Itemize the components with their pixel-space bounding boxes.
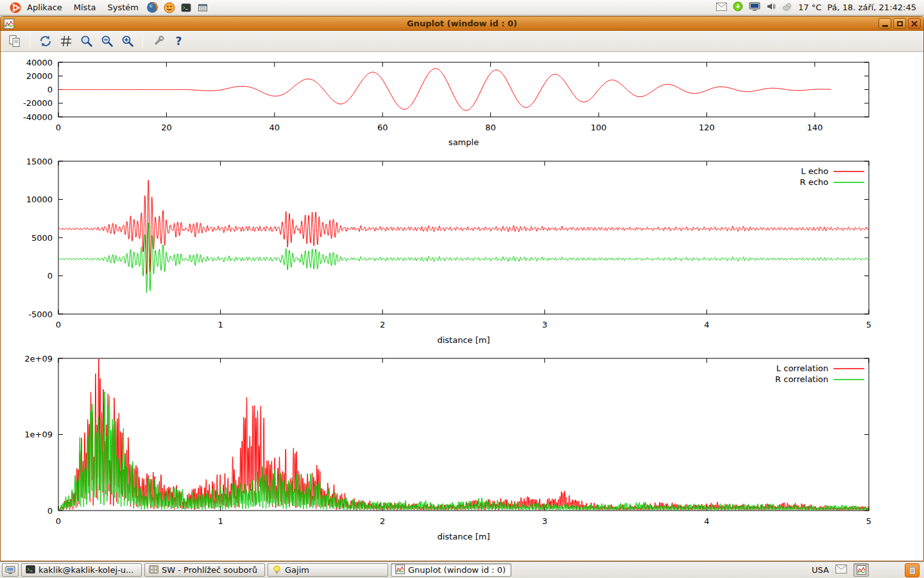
zoom-in-icon [121,34,135,48]
mail-tray-icon[interactable] [716,3,727,13]
taskbar-button-label: kaklik@kaklik-kolej-u... [38,565,133,575]
gnuplot-toolbar: ? [1,31,923,52]
toggle-grid-button[interactable] [57,33,74,50]
display-tray-icon[interactable] [749,2,760,13]
menu-places[interactable]: Místa [69,1,101,15]
gnuplot-icon [395,565,405,576]
weather-icon[interactable] [782,3,792,13]
x-tick-label: 1 [218,320,223,329]
trash-icon [908,565,917,575]
taskbar-button-file-manager[interactable]: SW - Prohlížeč souborů [144,563,265,577]
taskbar-tray: USA [812,563,922,577]
x-tick-label: 0 [56,320,61,329]
chart-correlation[interactable]: 01234501e+092e+09distance [m]L correlati… [1,353,923,546]
gnuplot-window: Gnuplot (window id : 0) [0,16,924,561]
desktop-icon [5,566,15,575]
y-tick-label: 1e+09 [24,430,53,439]
x-tick-label: 4 [704,516,709,526]
maximize-button[interactable] [893,18,906,29]
zoom-in-button[interactable] [119,33,136,50]
zoom-previous-button[interactable] [78,33,95,50]
x-axis-label: distance [m] [437,335,490,345]
terminal-icon [26,565,35,576]
help-icon: ? [176,36,182,47]
gajim-icon [272,565,282,576]
mail-applet-icon[interactable] [835,565,847,575]
screenshot-launcher-icon[interactable] [196,1,210,15]
file-manager-icon [149,565,158,576]
x-tick-label: 3 [542,320,547,329]
firefox-launcher-icon[interactable] [146,1,160,15]
x-axis-label: sample [449,137,479,147]
x-tick-label: 5 [866,320,871,329]
taskbar-button-label: Gajim [285,565,309,575]
menu-applications[interactable]: Aplikace [3,1,67,15]
y-tick-label: 10000 [26,195,53,204]
x-tick-label: 2 [380,320,385,329]
series-ultrasonic-pulse [58,69,831,110]
x-tick-label: 120 [699,123,715,132]
series-l-correlation [58,358,869,511]
wrench-icon [151,34,166,48]
x-tick-label: 0 [56,123,61,132]
x-tick-label: 80 [485,123,496,132]
temperature-readout[interactable]: 17 °C [798,3,821,12]
update-tray-icon[interactable] [733,1,743,13]
x-tick-label: 60 [377,123,388,132]
gnuplot-tray-button[interactable] [853,563,869,577]
legend-label: L echo [801,166,828,176]
minimize-button[interactable] [878,18,891,29]
chart-echo[interactable]: 012345-5000050001000015000distance [m]L … [1,156,923,349]
y-tick-label: 0 [47,506,53,516]
y-tick-label: -5000 [28,310,53,319]
zoom-out-button[interactable] [98,33,116,50]
minimize-icon [882,25,888,27]
y-tick-label: -40000 [23,112,53,122]
legend-label: R echo [800,177,828,187]
close-icon [911,21,918,27]
x-tick-label: 3 [542,516,547,526]
window-title: Gnuplot (window id : 0) [1,17,923,31]
titlebar[interactable]: Gnuplot (window id : 0) [1,17,923,31]
taskbar-button-terminal[interactable]: kaklik@kaklik-kolej-u... [21,563,142,577]
panel-clock[interactable]: Pá, 18. září, 21:42:45 [827,3,916,12]
y-tick-label: 40000 [26,58,53,67]
x-tick-label: 20 [161,123,172,132]
x-tick-label: 0 [56,516,61,526]
x-tick-label: 5 [866,516,871,526]
x-tick-label: 2 [380,516,385,526]
toolbar-separator [142,34,143,48]
ubuntu-logo-icon [8,1,22,15]
plot-area: 020406080100120140-40000-200000200004000… [1,52,923,561]
show-desktop-button[interactable] [2,563,19,577]
gnome-top-panel: Aplikace Místa Systém 17 °C Pá, 18. [0,0,924,15]
y-tick-label: 20000 [26,71,53,81]
zoom-out-icon [100,34,114,48]
trash-applet-button[interactable] [905,563,920,577]
gnuplot-tray-icon [857,565,866,575]
help-smiley-launcher-icon[interactable] [162,1,176,15]
magnifier-icon [80,34,94,48]
menu-system-label: Systém [107,3,138,12]
terminal-launcher-icon[interactable] [179,1,193,15]
copy-to-clipboard-button[interactable] [6,33,23,50]
settings-button[interactable] [150,33,167,50]
menu-system[interactable]: Systém [102,1,143,15]
bottom-taskbar: kaklik@kaklik-kolej-u... SW - Prohlížeč … [0,561,924,578]
taskbar-button-gajim[interactable]: Gajim [268,563,388,577]
x-tick-label: 40 [270,123,280,132]
keyboard-layout-indicator[interactable]: USA [812,565,829,575]
x-axis-label: distance [m] [437,532,490,541]
toolbar-separator [30,34,30,48]
x-tick-label: 4 [704,320,709,329]
x-tick-label: 1 [218,516,223,526]
taskbar-button-gnuplot[interactable]: Gnuplot (window id : 0) [391,563,511,577]
taskbar-button-label: Gnuplot (window id : 0) [408,565,506,575]
y-tick-label: 0 [47,85,53,94]
help-button[interactable]: ? [170,33,187,50]
y-tick-label: 0 [47,271,53,281]
chart-sample-pulse[interactable]: 020406080100120140-40000-200000200004000… [1,55,923,156]
volume-tray-icon[interactable] [766,1,776,13]
replot-button[interactable] [37,33,54,50]
close-button[interactable] [908,18,921,29]
